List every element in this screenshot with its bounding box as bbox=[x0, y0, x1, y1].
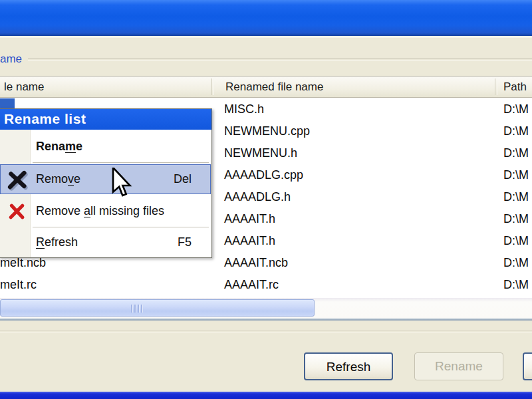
cell-path: D:\M bbox=[503, 190, 529, 204]
menu-separator bbox=[33, 162, 209, 163]
horizontal-scrollbar[interactable] bbox=[0, 298, 532, 318]
menu-item-label: Rename bbox=[36, 140, 82, 154]
list-header: le name Renamed file name Path bbox=[0, 76, 532, 98]
cell-file-name: meIt.ncb bbox=[0, 256, 46, 270]
mouse-cursor-icon bbox=[112, 168, 134, 201]
menu-separator bbox=[33, 227, 209, 227]
window-titlebar[interactable] bbox=[0, 0, 532, 36]
cell-renamed-name: NEWMENU.cpp bbox=[224, 124, 310, 138]
context-menu: Rename list Rename Remove Del Remove all… bbox=[0, 108, 212, 258]
titlebar-divider bbox=[0, 36, 532, 38]
cell-path: D:\M bbox=[503, 234, 529, 248]
cell-path: D:\M bbox=[503, 168, 529, 182]
cell-path: D:\M bbox=[503, 278, 529, 292]
app-window: ame le name Renamed file name Path MISC.… bbox=[0, 0, 532, 399]
cell-renamed-name: NEWMENU.h bbox=[224, 146, 297, 160]
scrollbar-grip bbox=[138, 305, 140, 313]
scrollbar-grip bbox=[131, 305, 133, 313]
cell-path: D:\M bbox=[503, 146, 529, 160]
cell-path: D:\M bbox=[503, 212, 529, 226]
menu-item-label: Remove all missing files bbox=[36, 204, 164, 218]
list-bottom-border bbox=[0, 318, 532, 321]
menu-shortcut: Del bbox=[174, 172, 192, 186]
table-row[interactable]: meIt.rc AAAAIT.rc D:\M bbox=[0, 274, 532, 296]
column-header-renamed-file-name[interactable]: Renamed file name bbox=[225, 80, 323, 94]
partial-button[interactable] bbox=[523, 352, 532, 380]
column-header-file-name[interactable]: le name bbox=[4, 80, 44, 94]
groupbox-border bbox=[28, 59, 532, 61]
scrollbar-grip bbox=[141, 305, 143, 313]
menu-item-remove[interactable]: Remove Del bbox=[0, 164, 211, 194]
cell-file-name: meIt.rc bbox=[0, 278, 37, 292]
context-menu-title: Rename list bbox=[0, 109, 211, 130]
cell-renamed-name: MISC.h bbox=[224, 102, 264, 116]
cell-renamed-name: AAAADLG.h bbox=[224, 190, 291, 204]
cell-renamed-name: AAAAIT.ncb bbox=[224, 256, 288, 270]
column-resizer[interactable] bbox=[211, 78, 214, 95]
rename-button[interactable]: Rename bbox=[414, 352, 503, 380]
cell-path: D:\M bbox=[503, 256, 529, 270]
column-resizer[interactable] bbox=[495, 78, 497, 95]
cell-renamed-name: AAAAIT.h bbox=[224, 212, 275, 226]
menu-shortcut: F5 bbox=[178, 235, 192, 249]
menu-item-rename[interactable]: Rename bbox=[1, 133, 210, 160]
groupbox-label: ame bbox=[0, 53, 22, 66]
cell-renamed-name: AAAAIT.h bbox=[224, 234, 275, 248]
cell-renamed-name: AAAAIT.rc bbox=[224, 278, 279, 292]
column-header-path[interactable]: Path bbox=[503, 80, 527, 94]
red-x-icon bbox=[7, 201, 27, 221]
cell-path: D:\M bbox=[503, 102, 529, 116]
menu-item-refresh[interactable]: Refresh F5 bbox=[1, 229, 210, 255]
menu-item-remove-all-missing-files[interactable]: Remove all missing files bbox=[1, 197, 210, 225]
refresh-button[interactable]: Refresh bbox=[304, 352, 393, 380]
window-bottom-border bbox=[0, 392, 532, 399]
scrollbar-grip bbox=[134, 305, 136, 313]
groupbox-bottom-border bbox=[0, 331, 532, 333]
cell-path: D:\M bbox=[503, 124, 529, 138]
menu-item-label: Remove bbox=[36, 172, 80, 186]
cell-renamed-name: AAAADLG.cpp bbox=[224, 168, 303, 182]
scrollbar-thumb[interactable] bbox=[0, 299, 315, 317]
menu-item-label: Refresh bbox=[36, 235, 78, 249]
black-x-icon bbox=[5, 168, 28, 191]
